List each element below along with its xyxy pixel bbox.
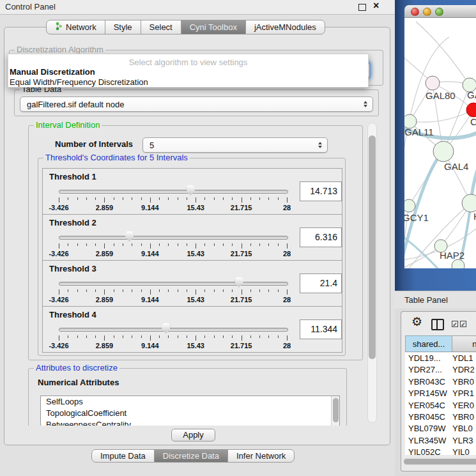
- slider-tick: [187, 335, 187, 338]
- network-node-gal80[interactable]: [426, 76, 440, 90]
- float-window-icon[interactable]: [358, 4, 366, 11]
- algorithm-option-equal-width-frequency[interactable]: Equal Width/Frequency Discretization: [10, 77, 148, 87]
- slider-tick-label: 21.715: [231, 296, 252, 303]
- threshold-slider-track[interactable]: [59, 190, 288, 194]
- slider-tick-label: 15.43: [187, 342, 204, 349]
- slider-tick: [95, 289, 96, 292]
- number-of-intervals-combobox[interactable]: 5: [142, 137, 328, 153]
- name-cell: YDR2: [452, 364, 476, 376]
- scrollbar-thumb[interactable]: [333, 398, 339, 422]
- panel-scrollbar[interactable]: [367, 123, 377, 423]
- table-row[interactable]: YDL19...YDL1: [405, 353, 476, 364]
- table-row[interactable]: YBL079WYBL0: [405, 423, 476, 434]
- window-title: Control Panel: [5, 2, 56, 12]
- threshold-coordinates-group-title: Threshold's Coordinates for 5 Intervals: [43, 153, 190, 162]
- threshold-value-field[interactable]: 6.316: [300, 227, 342, 247]
- slider-tick-label: 15.43: [187, 296, 204, 303]
- slider-tick: [278, 289, 279, 292]
- settings-scroll-viewport: Interval Definition Number of Intervals …: [24, 120, 365, 426]
- table-row[interactable]: YBR043CYBR0: [405, 376, 476, 388]
- checkbox-icon[interactable]: ✓: [460, 321, 466, 327]
- tab-label: Impute Data: [100, 451, 146, 461]
- tab-jactivemnodules[interactable]: jActiveMNodules: [245, 20, 325, 35]
- threshold-value-field[interactable]: 14.713: [300, 181, 342, 201]
- tab-discretize-data[interactable]: Discretize Data: [154, 449, 228, 463]
- slider-tick: [159, 335, 160, 338]
- tab-style[interactable]: Style: [105, 20, 141, 35]
- apply-button[interactable]: Apply: [171, 429, 215, 441]
- slider-tick: [59, 243, 59, 249]
- attribute-list-item[interactable]: BetweennessCentrality: [41, 419, 339, 426]
- table-horizontal-scrollbar[interactable]: [403, 457, 476, 466]
- threshold-slider-track[interactable]: [59, 236, 288, 240]
- slider-tick: [178, 335, 178, 338]
- threshold-slider-track[interactable]: [59, 282, 288, 286]
- slider-tick: [168, 197, 169, 200]
- scrollbar-thumb[interactable]: [369, 135, 376, 359]
- network-canvas[interactable]: GAL80GACGAL11GAL4GCY1HHAP2: [404, 18, 476, 268]
- name-cell: YBR0: [452, 376, 476, 388]
- slider-tick: [204, 335, 205, 338]
- tab-network[interactable]: Network: [46, 20, 105, 35]
- algorithm-option-manual-discretization[interactable]: Manual Discretization: [10, 67, 95, 77]
- gear-icon[interactable]: ⚙: [411, 316, 422, 328]
- shared-name-cell: YER054C: [405, 400, 452, 411]
- slider-tick: [187, 289, 187, 292]
- network-window-titlebar[interactable]: [404, 5, 476, 18]
- slider-tick: [232, 243, 233, 246]
- table-row[interactable]: YIL052CYIL0: [405, 447, 476, 455]
- slider-tick: [168, 289, 169, 292]
- slider-tick: [278, 243, 279, 246]
- threshold-row: Threshold 1 14.713 -3.4262.8599.14415.43…: [42, 168, 342, 215]
- attributes-list-scrollbar[interactable]: [331, 396, 339, 426]
- minimize-traffic-light-icon[interactable]: [423, 8, 431, 16]
- scrollbar-thumb[interactable]: [404, 459, 476, 464]
- threshold-slider-handle[interactable]: [125, 231, 134, 242]
- checkbox-icon[interactable]: ✓: [452, 321, 458, 327]
- threshold-value-field[interactable]: 21.4: [300, 273, 342, 293]
- network-node[interactable]: [452, 259, 464, 268]
- threshold-slider-handle[interactable]: [187, 185, 195, 196]
- control-panel-titlebar: Control Panel ×: [0, 0, 395, 15]
- table-row[interactable]: YER054CYER0: [405, 400, 476, 411]
- numerical-attributes-list[interactable]: SelfLoopsTopologicalCoefficientBetweenne…: [40, 395, 340, 426]
- tab-select[interactable]: Select: [141, 20, 181, 35]
- slider-tick: [204, 289, 205, 292]
- threshold-slider-track[interactable]: [59, 328, 288, 332]
- tab-infer-network[interactable]: Infer Network: [227, 449, 295, 463]
- slider-tick-label: 28: [283, 250, 291, 257]
- slider-tick: [242, 335, 242, 341]
- algorithm-dropdown-popup: Select algorithm to view settings Manual…: [8, 54, 369, 88]
- network-node-gal4[interactable]: [433, 141, 454, 162]
- attribute-list-item[interactable]: SelfLoops: [41, 396, 339, 408]
- stepper-arrows-icon: [364, 101, 367, 107]
- threshold-value-field[interactable]: 11.344: [300, 319, 342, 339]
- slider-tick: [223, 289, 224, 292]
- slider-tick: [196, 289, 196, 295]
- close-traffic-light-icon[interactable]: [411, 8, 419, 16]
- slider-tick: [259, 243, 260, 246]
- column-header-shared[interactable]: shared...: [405, 335, 452, 352]
- tab-cyni-toolbox[interactable]: Cyni Toolbox: [181, 20, 246, 35]
- zoom-traffic-light-icon[interactable]: [435, 8, 443, 16]
- close-icon[interactable]: ×: [373, 0, 379, 12]
- slider-tick: [68, 243, 68, 246]
- name-cell: YIL0: [452, 447, 476, 455]
- tab-impute-data[interactable]: Impute Data: [91, 449, 155, 463]
- slider-tick: [214, 289, 215, 292]
- split-columns-icon[interactable]: [431, 319, 444, 330]
- table-row[interactable]: YLR345WYLR3: [405, 435, 476, 447]
- table-data-combobox[interactable]: galFiltered.sif default node: [20, 96, 373, 112]
- column-header-name[interactable]: na: [452, 335, 476, 352]
- threshold-slider-handle[interactable]: [162, 323, 170, 334]
- slider-tick: [77, 335, 78, 338]
- slider-tick: [187, 243, 187, 246]
- threshold-slider-handle[interactable]: [235, 277, 243, 288]
- table-row[interactable]: YPR145WYPR1: [405, 388, 476, 399]
- network-node-label: H: [473, 211, 476, 222]
- table-row[interactable]: YBR045CYBR0: [405, 411, 476, 423]
- table-row[interactable]: YDR27...YDR2: [405, 364, 476, 376]
- slider-tick: [141, 335, 142, 338]
- network-node-gcy1[interactable]: [404, 199, 415, 212]
- attribute-list-item[interactable]: TopologicalCoefficient: [41, 408, 339, 419]
